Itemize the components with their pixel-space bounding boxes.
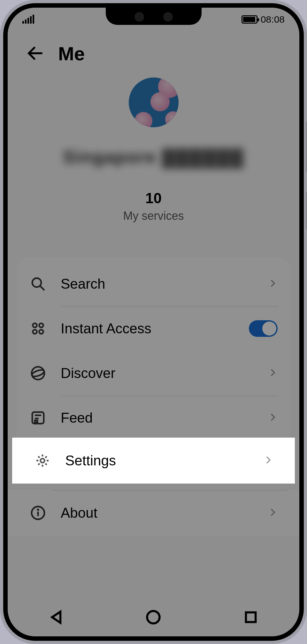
svg-line-2 (40, 286, 44, 290)
menu-item-discover[interactable]: Discover (17, 351, 290, 396)
svg-point-3 (33, 323, 37, 328)
username: Singapore ▓▓▓▓▓▓ (8, 146, 299, 167)
menu-item-feed[interactable]: Feed (17, 396, 290, 440)
svg-point-6 (39, 330, 43, 334)
svg-point-19 (41, 459, 45, 463)
system-nav-bar (8, 599, 299, 636)
menu-label: About (61, 505, 268, 521)
svg-rect-12 (35, 420, 37, 422)
chevron-right-icon (268, 412, 278, 423)
search-icon (29, 275, 47, 292)
notch (106, 8, 202, 25)
menu-item-about[interactable]: About (8, 490, 299, 536)
grid-icon (29, 320, 47, 337)
services-label: My services (8, 209, 299, 223)
gear-icon (34, 452, 51, 469)
screen: 08:08 Me Singapore ▓▓▓▓▓▓ 10 (8, 8, 299, 636)
menu-label: Feed (61, 410, 268, 426)
svg-point-4 (39, 323, 43, 328)
globe-icon (29, 365, 47, 382)
instant-access-toggle[interactable] (249, 320, 278, 337)
chevron-right-icon (264, 455, 273, 466)
menu-item-settings[interactable]: Settings (12, 438, 295, 484)
svg-point-17 (147, 611, 160, 624)
menu-label: Instant Access (61, 321, 249, 337)
battery-icon (242, 15, 257, 24)
avatar[interactable] (129, 78, 179, 127)
nav-back-button[interactable] (48, 609, 65, 627)
clock: 08:08 (261, 14, 285, 25)
svg-point-15 (38, 509, 38, 510)
back-button[interactable] (26, 44, 45, 64)
nav-recent-button[interactable] (242, 609, 259, 627)
info-icon (29, 504, 47, 522)
feed-icon (29, 409, 47, 426)
menu-label: Discover (61, 365, 268, 381)
svg-rect-18 (246, 612, 256, 622)
services-count[interactable]: 10 (8, 189, 299, 207)
chevron-right-icon (268, 368, 278, 379)
svg-point-1 (32, 278, 41, 287)
chevron-right-icon (268, 507, 278, 518)
nav-home-button[interactable] (145, 609, 162, 627)
menu-item-search[interactable]: Search (17, 262, 290, 306)
chevron-right-icon (268, 278, 278, 289)
page-title: Me (58, 43, 85, 65)
menu-item-instant-access[interactable]: Instant Access (17, 306, 290, 351)
profile-section: Singapore ▓▓▓▓▓▓ 10 My services (8, 78, 299, 223)
menu-card: Search Instant Access Disc (17, 258, 290, 444)
menu-label: Settings (65, 453, 264, 469)
svg-marker-16 (52, 612, 60, 623)
signal-icon (22, 15, 34, 24)
menu-label: Search (61, 276, 268, 292)
svg-point-5 (33, 330, 37, 334)
